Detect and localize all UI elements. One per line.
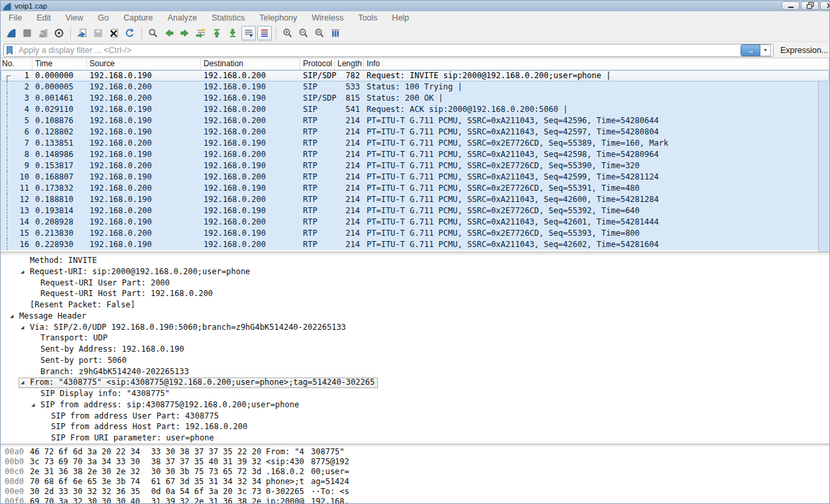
- packet-row[interactable]: 80.148986192.168.0.190192.168.0.200RTP21…: [1, 149, 829, 160]
- packet-row[interactable]: 40.029110192.168.0.190192.168.0.200SIP54…: [1, 104, 829, 115]
- menu-item-analyze[interactable]: Analyze: [160, 12, 204, 25]
- menu-item-edit[interactable]: Edit: [29, 12, 58, 25]
- detail-row-content: Sent-by port: 5060: [29, 355, 130, 366]
- capture-options-icon[interactable]: [52, 26, 66, 40]
- expand-arrow-icon[interactable]: ◢: [30, 399, 40, 411]
- detail-row[interactable]: Sent-by port: 5060: [1, 355, 829, 366]
- column-header-destination[interactable]: Destination: [201, 58, 300, 70]
- open-file-icon[interactable]: [75, 26, 89, 40]
- colorize-icon[interactable]: [257, 26, 272, 40]
- packet-row[interactable]: 160.228930192.168.0.190192.168.0.200RTP2…: [1, 239, 829, 250]
- cell-protocol: SIP/SDP: [300, 70, 335, 81]
- detail-row[interactable]: Request-URI User Part: 2000: [1, 277, 829, 289]
- packet-row[interactable]: 100.168807192.168.0.190192.168.0.200RTP2…: [1, 172, 829, 183]
- menu-item-help[interactable]: Help: [385, 12, 416, 25]
- stop-capture-icon[interactable]: [20, 26, 34, 40]
- go-to-packet-icon[interactable]: [194, 26, 208, 40]
- packet-row[interactable]: 140.208928192.168.0.190192.168.0.200RTP2…: [1, 217, 829, 228]
- filter-bookmark-icon[interactable]: [4, 44, 16, 56]
- packet-row[interactable]: 50.108876192.168.0.190192.168.0.200RTP21…: [1, 115, 829, 126]
- go-to-top-icon[interactable]: [209, 26, 224, 40]
- zoom-in-icon[interactable]: [280, 26, 295, 40]
- packet-row[interactable]: 90.153817192.168.0.200192.168.0.190RTP21…: [1, 160, 829, 172]
- column-header-info[interactable]: Info: [364, 58, 829, 70]
- detail-row[interactable]: SIP Display info: "4308775": [1, 388, 829, 399]
- detail-row[interactable]: Branch: z9hG4bK514240-202265133: [1, 366, 829, 378]
- detail-row[interactable]: Sent-by Address: 192.168.0.190: [1, 344, 829, 355]
- detail-row[interactable]: ◢Via: SIP/2.0/UDP 192.168.0.190:5060;bra…: [1, 322, 829, 333]
- find-packet-icon[interactable]: [146, 26, 160, 40]
- packet-row[interactable]: 150.213830192.168.0.200192.168.0.190RTP2…: [1, 228, 829, 239]
- menu-item-view[interactable]: View: [58, 12, 91, 25]
- minimize-button[interactable]: [782, 1, 800, 10]
- expand-arrow-icon[interactable]: ◢: [19, 322, 30, 333]
- packet-row[interactable]: 20.000005192.168.0.200192.168.0.190SIP53…: [1, 81, 829, 93]
- menu-item-statistics[interactable]: Statistics: [204, 12, 252, 25]
- packet-row[interactable]: 30.001461192.168.0.200192.168.0.190SIP/S…: [1, 93, 829, 104]
- detail-row[interactable]: Transport: UDP: [1, 332, 829, 344]
- packet-row[interactable]: 60.128802192.168.0.190192.168.0.200RTP21…: [1, 126, 829, 138]
- menu-item-capture[interactable]: Capture: [116, 12, 160, 25]
- auto-scroll-icon[interactable]: [241, 26, 256, 40]
- detail-row[interactable]: ◢From: "4308775" <sip:4308775@192.168.0.…: [1, 377, 829, 388]
- packet-row[interactable]: 130.193814192.168.0.200192.168.0.190RTP2…: [1, 205, 829, 217]
- expand-arrow-icon[interactable]: ◢: [9, 311, 19, 322]
- go-back-icon[interactable]: [162, 26, 176, 40]
- main-toolbar: 010: [1, 25, 829, 42]
- hex-row[interactable]: 00c02e 31 36 38 2e 30 2e 3230 30 3b 75 7…: [1, 467, 829, 477]
- detail-row[interactable]: Request-URI Host Part: 192.168.0.200: [1, 288, 829, 299]
- ascii-bytes: 0-302265: [266, 487, 311, 497]
- filter-dropdown-button[interactable]: ▾: [760, 44, 771, 56]
- detail-row[interactable]: SIP from address User Part: 4308775: [1, 411, 829, 422]
- column-header-time[interactable]: Time: [32, 58, 87, 70]
- save-file-icon[interactable]: 010: [91, 26, 105, 40]
- hex-row[interactable]: 00b03c 73 69 70 3a 34 33 3038 37 37 35 4…: [1, 457, 829, 467]
- resize-columns-icon[interactable]: [328, 26, 343, 40]
- hex-row[interactable]: 00a046 72 6f 6d 3a 20 22 3433 30 38 37 3…: [1, 447, 829, 457]
- menu-item-wireless[interactable]: Wireless: [304, 12, 351, 25]
- apply-filter-button[interactable]: →: [741, 44, 760, 56]
- zoom-reset-icon[interactable]: [312, 26, 327, 40]
- column-header-protocol[interactable]: Protocol: [300, 58, 335, 70]
- detail-row[interactable]: SIP from address Host Part: 192.168.0.20…: [1, 421, 829, 432]
- menu-item-telephony[interactable]: Telephony: [252, 12, 304, 25]
- detail-row[interactable]: ◢Request-URI: sip:2000@192.168.0.200;use…: [1, 266, 829, 277]
- display-filter-input[interactable]: [16, 46, 741, 55]
- go-to-bottom-icon[interactable]: [225, 26, 240, 40]
- column-header-source[interactable]: Source: [87, 58, 201, 70]
- restore-button[interactable]: [801, 1, 819, 10]
- packet-row[interactable]: 120.188810192.168.0.190192.168.0.200RTP2…: [1, 194, 829, 205]
- column-header-length[interactable]: Length: [335, 58, 364, 70]
- related-packets-indicator: [7, 160, 7, 172]
- detail-row-content: Transport: UDP: [29, 333, 111, 344]
- menu-item-tools[interactable]: Tools: [351, 12, 385, 25]
- cell-source: 192.168.0.200: [87, 93, 201, 104]
- cell-destination: 192.168.0.200: [201, 115, 300, 126]
- expression-button[interactable]: Expression...: [780, 46, 828, 55]
- hex-row[interactable]: 00f069 70 3a 32 30 30 30 4031 39 32 2e 3…: [1, 497, 829, 504]
- detail-row[interactable]: SIP From URI parameter: user=phone: [1, 432, 829, 444]
- hex-row[interactable]: 00d070 68 6f 6e 65 3e 3b 7461 67 3d 35 3…: [1, 477, 829, 487]
- detail-row[interactable]: [Resent Packet: False]: [1, 299, 829, 311]
- hex-row[interactable]: 00e030 2d 33 30 32 32 36 350d 0a 54 6f 3…: [1, 487, 829, 497]
- menu-item-file[interactable]: File: [1, 12, 29, 25]
- packet-row[interactable]: 10.000000192.168.0.190192.168.0.200SIP/S…: [1, 70, 829, 81]
- close-button[interactable]: [820, 1, 829, 10]
- packet-row[interactable]: 70.133851192.168.0.200192.168.0.190RTP21…: [1, 138, 829, 149]
- restart-capture-icon[interactable]: [36, 26, 50, 40]
- zoom-out-icon[interactable]: [296, 26, 311, 40]
- expand-arrow-icon[interactable]: ◢: [19, 377, 30, 388]
- go-forward-icon[interactable]: [178, 26, 192, 40]
- packet-row[interactable]: 110.173832192.168.0.200192.168.0.190RTP2…: [1, 183, 829, 194]
- packet-list-scrollbar[interactable]: ▲: [818, 70, 829, 252]
- reload-file-icon[interactable]: [123, 26, 137, 40]
- column-header-no[interactable]: No.: [1, 58, 32, 70]
- menu-item-go[interactable]: Go: [91, 12, 117, 25]
- expand-arrow-icon[interactable]: ◢: [19, 266, 30, 277]
- close-file-icon[interactable]: [107, 26, 121, 40]
- detail-row[interactable]: ◢Message Header: [1, 311, 829, 322]
- scrollbar-thumb[interactable]: [819, 81, 829, 252]
- detail-row[interactable]: Method: INVITE: [1, 255, 829, 266]
- start-capture-icon[interactable]: [4, 26, 19, 40]
- detail-row[interactable]: ◢SIP from address: sip:4308775@192.168.0…: [1, 399, 829, 411]
